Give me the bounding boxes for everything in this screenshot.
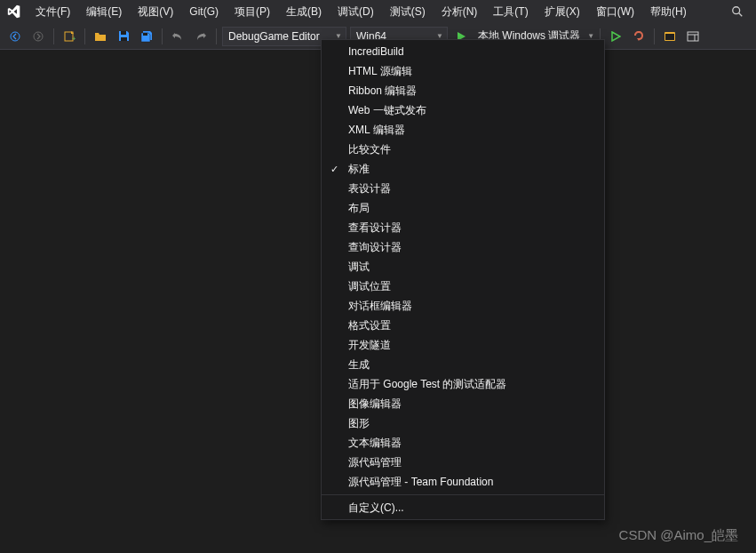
menubar: 文件(F) 编辑(E) 视图(V) Git(G) 项目(P) 生成(B) 调试(… xyxy=(0,0,756,23)
separator xyxy=(162,28,163,44)
svg-line-1 xyxy=(739,13,743,17)
nav-back-icon[interactable] xyxy=(5,27,25,46)
undo-icon[interactable] xyxy=(168,27,187,46)
separator xyxy=(216,28,217,44)
menu-git[interactable]: Git(G) xyxy=(182,2,226,21)
start-without-debug-icon[interactable] xyxy=(606,27,625,46)
menu-item-incredibuild[interactable]: IncrediBuild xyxy=(322,42,604,61)
menu-build[interactable]: 生成(B) xyxy=(279,1,329,23)
separator xyxy=(654,28,655,44)
save-all-icon[interactable] xyxy=(137,27,156,46)
redo-icon[interactable] xyxy=(191,27,211,46)
menu-tools[interactable]: 工具(T) xyxy=(486,1,535,23)
configuration-value: DebugGame Editor xyxy=(228,30,320,43)
open-folder-icon[interactable] xyxy=(91,27,110,46)
hot-reload-icon[interactable] xyxy=(629,27,649,46)
menu-item-html-source[interactable]: HTML 源编辑 xyxy=(322,61,604,81)
menu-item-table-designer[interactable]: 表设计器 xyxy=(322,179,604,198)
menu-item-query-designer[interactable]: 查询设计器 xyxy=(322,237,604,257)
toolbar-context-menu: IncrediBuild HTML 源编辑 Ribbon 编辑器 Web 一键式… xyxy=(321,39,605,520)
menu-item-web-publish[interactable]: Web 一键式发布 xyxy=(322,100,604,120)
menu-item-source-control-tf[interactable]: 源代码管理 - Team Foundation xyxy=(322,472,604,492)
menu-item-customize[interactable]: 自定义(C)... xyxy=(322,498,604,517)
nav-forward-icon[interactable] xyxy=(28,27,48,46)
menu-item-debug[interactable]: 调试 xyxy=(322,257,604,276)
menu-help[interactable]: 帮助(H) xyxy=(643,1,694,23)
menu-item-dialog-editor[interactable]: 对话框编辑器 xyxy=(322,296,604,316)
menu-item-format[interactable]: 格式设置 xyxy=(322,316,604,335)
separator xyxy=(53,28,54,44)
menu-extensions[interactable]: 扩展(X) xyxy=(537,1,587,23)
svg-rect-8 xyxy=(143,33,147,36)
menu-file[interactable]: 文件(F) xyxy=(28,1,77,23)
menu-debug[interactable]: 调试(D) xyxy=(330,1,381,23)
menu-item-debug-location[interactable]: 调试位置 xyxy=(322,276,604,296)
menu-item-build[interactable]: 生成 xyxy=(322,355,604,374)
menu-edit[interactable]: 编辑(E) xyxy=(79,1,129,23)
visual-studio-logo-icon xyxy=(5,4,21,20)
separator xyxy=(84,28,85,44)
svg-text:+: + xyxy=(72,35,76,43)
save-icon[interactable] xyxy=(114,27,133,46)
menu-item-standard[interactable]: ✓标准 xyxy=(322,159,604,179)
menu-item-dev-tunnel[interactable]: 开发隧道 xyxy=(322,335,604,355)
menu-test[interactable]: 测试(S) xyxy=(383,1,433,23)
browse-icon[interactable] xyxy=(660,27,680,46)
svg-rect-6 xyxy=(121,31,126,35)
svg-rect-11 xyxy=(688,32,698,41)
menu-item-image-editor[interactable]: 图像编辑器 xyxy=(322,394,604,413)
menu-item-graphics[interactable]: 图形 xyxy=(322,413,604,433)
menu-item-compare-files[interactable]: 比较文件 xyxy=(322,140,604,159)
menu-item-layout[interactable]: 布局 xyxy=(322,198,604,218)
menu-item-text-editor[interactable]: 文本编辑器 xyxy=(322,433,604,453)
menu-analyze[interactable]: 分析(N) xyxy=(434,1,485,23)
svg-point-0 xyxy=(733,7,740,14)
svg-rect-7 xyxy=(121,37,127,41)
menu-project[interactable]: 项目(P) xyxy=(227,1,277,23)
menu-item-google-test[interactable]: 适用于 Google Test 的测试适配器 xyxy=(322,374,604,394)
menu-view[interactable]: 视图(V) xyxy=(131,1,180,23)
svg-rect-10 xyxy=(665,34,674,40)
search-icon[interactable] xyxy=(724,2,751,21)
check-icon: ✓ xyxy=(330,164,338,175)
separator xyxy=(322,494,604,495)
watermark: CSDN @Aimo_皑墨 xyxy=(619,527,738,544)
layout-icon[interactable] xyxy=(683,27,703,46)
svg-point-2 xyxy=(11,32,20,41)
svg-point-3 xyxy=(34,32,43,41)
menu-window[interactable]: 窗口(W) xyxy=(589,1,641,23)
menu-item-view-designer[interactable]: 查看设计器 xyxy=(322,218,604,237)
menu-item-source-control[interactable]: 源代码管理 xyxy=(322,453,604,472)
new-item-icon[interactable]: + xyxy=(60,27,79,46)
menu-item-xml-editor[interactable]: XML 编辑器 xyxy=(322,120,604,140)
menu-item-ribbon-editor[interactable]: Ribbon 编辑器 xyxy=(322,81,604,100)
